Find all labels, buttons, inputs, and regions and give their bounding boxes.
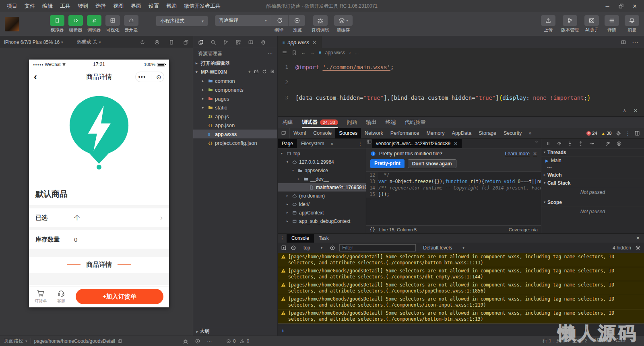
menu-item[interactable]: 编辑 [39, 2, 56, 10]
mode-button[interactable]: 编辑器 [68, 15, 83, 33]
debug-status-icon[interactable] [183, 338, 188, 344]
console-filter-input[interactable] [339, 244, 416, 251]
collapse-panel-icon[interactable]: ∧ [623, 108, 626, 113]
menu-item[interactable]: 文件 [21, 2, 39, 10]
toolbar-right-button[interactable]: AI助手 [584, 15, 599, 33]
dont-show-again-button[interactable]: Don't show again [408, 159, 456, 168]
add-to-order-button[interactable]: +加入订货单 [76, 289, 163, 304]
callstack-section[interactable]: ▾Call Stack [541, 179, 644, 187]
menu-item[interactable]: 微信开发者工具 [180, 2, 224, 10]
log-levels-select[interactable]: Default levels▾ [420, 244, 468, 251]
hot-reload-toggle[interactable]: 热重载 关▾ [77, 39, 101, 45]
live-expression-icon[interactable] [330, 245, 335, 251]
file-tree-item[interactable]: {} app.json [193, 121, 277, 130]
vendor-js-tab[interactable]: vendor.js?t=wec...ac28b1f264dc89 ✕ [372, 139, 462, 148]
project-root[interactable]: ▾ MP-WEIXIN + [193, 68, 277, 76]
step-out-icon[interactable] [578, 141, 584, 146]
dock-side-icon[interactable] [634, 130, 640, 136]
outline-icon[interactable] [282, 50, 287, 56]
console-warning[interactable]: [pages/home/homeGoods/goodsDetail] Some … [278, 253, 644, 267]
search-icon[interactable] [211, 39, 216, 45]
learn-more-link[interactable]: Learn more [505, 151, 530, 157]
wxss-file-link[interactable]: ./components/bottom-btn.wxss:1 [388, 260, 472, 266]
close-tab-icon[interactable]: ✕ [312, 39, 317, 45]
drawer-menu-icon[interactable]: ⋮ [278, 234, 287, 243]
filesystem-tab[interactable]: Filesystem [297, 139, 328, 148]
wxss-file-link[interactable]: ./components/icon-input.wxss:1 [388, 302, 472, 308]
editor-code[interactable]: 1@import './common/main.wxss';23[data-cu… [278, 57, 644, 116]
compile-mode-select[interactable]: 普通编译 ▾ [215, 15, 271, 26]
step-icon[interactable] [589, 141, 594, 146]
toolbar-right-button[interactable]: 详情 [605, 15, 619, 33]
more-actions-icon[interactable]: ⋯ [268, 51, 272, 56]
more-tabs-icon[interactable]: » [525, 128, 535, 138]
panel-tab[interactable]: 终端 [386, 117, 396, 128]
file-tree-item[interactable]: JS app.js [193, 112, 277, 121]
mode-button[interactable]: 可视化 [105, 15, 120, 33]
copy-path-icon[interactable] [118, 339, 122, 344]
file-tree-item[interactable]: ▸ pages [193, 94, 277, 103]
devtools-tab[interactable]: AppData [448, 128, 475, 138]
files-icon[interactable] [198, 39, 204, 45]
status-more-icon[interactable]: ⋯ [207, 338, 212, 344]
language-mode[interactable]: CSS [615, 338, 625, 344]
menu-item[interactable]: 界面 [127, 2, 145, 10]
close-tab-icon[interactable]: ✕ [454, 141, 458, 146]
menu-item[interactable]: 视图 [109, 2, 127, 10]
wxss-file-link[interactable]: ./components/popChoose.wxss:1 [388, 288, 469, 294]
pause-on-exceptions-icon[interactable] [616, 141, 622, 146]
dismiss-infobar-icon[interactable]: ✕ [533, 151, 537, 157]
console-sidebar-icon[interactable] [281, 245, 287, 251]
pretty-print-button[interactable]: Pretty-print [370, 159, 405, 168]
sources-tree-item[interactable]: mainframe?t=1769591677 [278, 183, 366, 192]
more-menu-button[interactable]: ●●● [138, 75, 146, 79]
error-counter[interactable]: 0 [226, 338, 236, 344]
panel-tab[interactable]: 问题 [347, 117, 357, 128]
editor-layout-icon[interactable] [248, 39, 254, 45]
sources-tree-item[interactable]: ▾ appservice [278, 166, 366, 175]
menu-item[interactable]: 帮助 [163, 2, 180, 10]
console-prompt[interactable]: › [278, 326, 644, 336]
mode-button[interactable]: 模拟器 [50, 15, 64, 33]
record-icon[interactable] [154, 39, 160, 45]
file-tree-item[interactable]: ▸ static [193, 103, 277, 112]
device-debug-button[interactable]: 真机调试 [312, 15, 329, 33]
collapse-all-icon[interactable] [270, 69, 275, 74]
hidden-messages-count[interactable]: 4 hidden [613, 245, 631, 251]
console-warning[interactable]: [pages/home/homeGoods/goodsDetail] Some … [278, 281, 644, 295]
panel-tab[interactable]: 代码质量 [405, 117, 426, 128]
error-count[interactable]: ✕24 [586, 131, 597, 136]
sidebar-menu-icon[interactable]: ⋮ [355, 141, 366, 146]
editor-more-actions-icon[interactable]: ⋯ [632, 39, 638, 46]
watch-status-icon[interactable] [195, 338, 200, 344]
devtools-tab[interactable]: Wxml [290, 128, 310, 138]
close-button[interactable]: ✕ [629, 1, 641, 11]
scope-section[interactable]: ▾Scope [541, 198, 644, 206]
maximize-button[interactable] [615, 1, 627, 11]
detach-window-icon[interactable] [183, 39, 189, 45]
scheme-select[interactable]: 小程序模式 ▾ [156, 16, 208, 26]
current-page-path[interactable]: pages/home/homeGoods/goodsDetail [34, 338, 115, 344]
devtools-tab[interactable]: Sources [335, 128, 361, 138]
close-panel-icon[interactable]: ✕ [634, 108, 638, 113]
watch-section[interactable]: ▸Watch [541, 171, 644, 179]
devtools-tab[interactable]: Storage [475, 128, 500, 138]
drawer-tab[interactable]: Console [287, 234, 314, 243]
new-folder-icon[interactable] [254, 69, 259, 74]
devtools-tab[interactable]: Memory [423, 128, 448, 138]
sources-tree-item[interactable]: ▸ __dev__ [278, 175, 366, 183]
devtools-settings-icon[interactable] [616, 130, 621, 136]
devtools-tab[interactable]: Console [310, 128, 335, 138]
sources-tree-item[interactable]: ▾ 127.0.0.1:29964 [278, 158, 366, 166]
menu-item[interactable]: 项目 [3, 2, 21, 10]
toolbar-right-button[interactable]: 版本管理 [561, 15, 579, 33]
deactivate-breakpoints-icon[interactable] [605, 141, 611, 146]
devtools-menu-icon[interactable]: ⋮ [625, 130, 631, 136]
menu-item[interactable]: 设置 [145, 2, 163, 10]
more-tabs-icon[interactable] [535, 139, 541, 144]
editor-tab-app-wxss[interactable]: ≣ app.wxss ✕ [278, 36, 322, 48]
outline-section[interactable]: ▸ 大纲 [193, 327, 277, 336]
breadcrumb-file[interactable]: app.wxss [325, 50, 345, 56]
device-selector[interactable]: iPhone 6/7/8 Plus 85% 16▾ [4, 39, 63, 45]
console-warning[interactable]: [pages/home/homeGoods/goodsDetail] Some … [278, 309, 644, 323]
